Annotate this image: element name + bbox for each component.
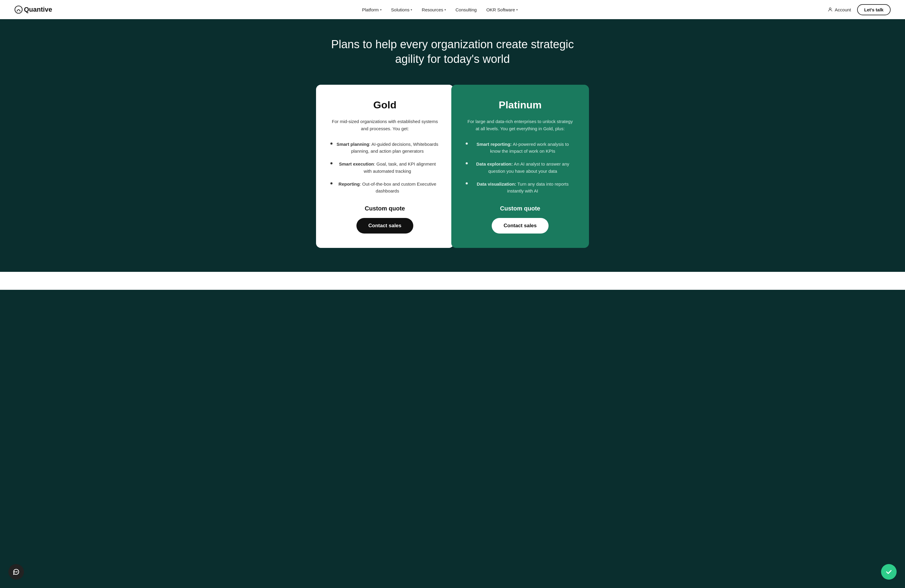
list-item: Reporting: Out-of-the-box and custom Exe… [330, 181, 439, 195]
nav-item-platform[interactable]: Platform ▾ [362, 7, 381, 12]
gold-title: Gold [330, 99, 439, 111]
platinum-features: Smart reporting: AI-powered work analysi… [466, 141, 575, 195]
gold-features: Smart planning: AI-guided decisions, Whi… [330, 141, 439, 195]
list-item: Smart reporting: AI-powered work analysi… [466, 141, 575, 155]
card-platinum: Platinum For large and data-rich enterpr… [451, 85, 589, 248]
bullet-icon [330, 162, 332, 164]
chevron-down-icon: ▾ [411, 8, 412, 11]
card-gold: Gold For mid-sized organizations with es… [316, 85, 454, 248]
check-icon [885, 568, 893, 576]
bottom-bar [0, 272, 905, 290]
gold-contact-sales-button[interactable]: Contact sales [356, 218, 414, 234]
list-item: Smart planning: AI-guided decisions, Whi… [330, 141, 439, 155]
chevron-down-icon: ▾ [516, 8, 518, 11]
bullet-icon [466, 143, 468, 145]
gold-price-label: Custom quote [330, 205, 439, 212]
nav-item-resources[interactable]: Resources ▾ [422, 7, 446, 12]
nav-item-okr-software[interactable]: OKR Software ▾ [486, 7, 518, 12]
nav-right: Account Let's talk [827, 4, 891, 15]
account-button[interactable]: Account [827, 7, 851, 12]
bullet-icon [466, 182, 468, 184]
list-item: Data visualization: Turn any data into r… [466, 181, 575, 195]
hero-section: Plans to help every organization create … [0, 19, 905, 272]
nav-links: Platform ▾ Solutions ▾ Resources ▾ Consu… [362, 7, 518, 12]
nav-item-consulting[interactable]: Consulting [456, 7, 477, 12]
platinum-contact-sales-button[interactable]: Contact sales [492, 218, 549, 234]
chevron-down-icon: ▾ [380, 8, 381, 11]
chat-icon-left [12, 568, 20, 576]
account-icon [827, 7, 833, 12]
list-item: Smart execution: Goal, task, and KPI ali… [330, 161, 439, 175]
logo-text: Quantive [24, 6, 52, 13]
platinum-title: Platinum [466, 99, 575, 111]
platinum-price-label: Custom quote [466, 205, 575, 212]
chat-widget-left[interactable] [8, 564, 24, 580]
chevron-down-icon: ▾ [445, 8, 446, 11]
svg-point-1 [829, 8, 831, 10]
list-item: Data exploration: An AI analyst to answe… [466, 161, 575, 175]
bullet-icon [466, 162, 468, 164]
navbar: Quantive Platform ▾ Solutions ▾ Resource… [0, 0, 905, 19]
gold-description: For mid-sized organizations with establi… [330, 118, 439, 132]
logo[interactable]: Quantive [14, 5, 52, 14]
bullet-icon [330, 182, 332, 184]
platinum-description: For large and data-rich enterprises to u… [466, 118, 575, 132]
chat-widget-right[interactable] [881, 564, 897, 580]
pricing-cards: Gold For mid-sized organizations with es… [315, 85, 590, 248]
svg-point-2 [14, 571, 16, 572]
lets-talk-button[interactable]: Let's talk [857, 4, 891, 15]
hero-title: Plans to help every organization create … [318, 37, 587, 67]
nav-item-solutions[interactable]: Solutions ▾ [391, 7, 413, 12]
svg-point-3 [16, 571, 17, 572]
bullet-icon [330, 143, 332, 145]
